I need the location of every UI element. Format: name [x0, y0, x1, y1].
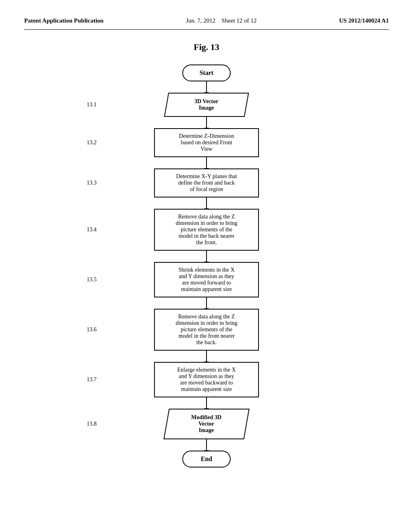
arrow-line-3: [206, 197, 207, 209]
node-row-135: 13.5 Shrink elements in the Xand Y dimen…: [24, 262, 389, 297]
node-136: Remove data along the Zdimension in orde…: [154, 309, 259, 351]
label-135: 13.5: [87, 276, 97, 283]
arrow-line-4: [206, 251, 207, 262]
arrow-6: [24, 351, 389, 362]
label-132: 13.2: [87, 139, 97, 146]
header-left: Patent Application Publication: [24, 16, 104, 25]
arrow-line-7: [206, 397, 207, 409]
node-134: Remove data along the Zdimension in orde…: [154, 209, 259, 251]
label-133: 13.3: [87, 180, 97, 186]
arrow-7: [24, 397, 389, 409]
node-row-136: 13.6 Remove data along the Zdimension in…: [24, 309, 389, 351]
node-row-134: 13.4 Remove data along the Zdimension in…: [24, 209, 389, 251]
label-134: 13.4: [87, 227, 97, 233]
end-node: End: [182, 451, 231, 468]
node-131: 3D VectorImage: [164, 93, 249, 117]
node-137: Enlarge elements in the Xand Y dimension…: [154, 362, 259, 397]
header-center: Jun. 7, 2012 Sheet 12 of 12: [186, 16, 257, 25]
publication-date: Jun. 7, 2012: [186, 17, 215, 24]
publication-title: Patent Application Publication: [24, 17, 104, 24]
start-node: Start: [182, 64, 231, 81]
arrow-line-2: [206, 157, 207, 168]
header-right: US 2012/140024 A1: [339, 16, 389, 25]
page: Patent Application Publication Jun. 7, 2…: [0, 0, 413, 532]
flowchart: Start 13.1 3D VectorImage 13.2 Determine…: [24, 64, 389, 468]
node-row-132: 13.2 Determine Z-Dimensionbased on desir…: [24, 128, 389, 157]
figure-title: Fig. 13: [24, 42, 389, 52]
node-row-138: 13.8 Modified 3DVectorImage: [24, 409, 389, 439]
arrow-5: [24, 297, 389, 309]
node-138-inner: Modified 3DVectorImage: [191, 414, 221, 434]
label-131: 13.1: [87, 102, 97, 108]
label-137: 13.7: [87, 376, 97, 383]
node-138: Modified 3DVectorImage: [163, 409, 249, 439]
node-row-137: 13.7 Enlarge elements in the Xand Y dime…: [24, 362, 389, 397]
arrow-0: [24, 81, 389, 93]
node-row-131: 13.1 3D VectorImage: [24, 93, 389, 117]
label-136: 13.6: [87, 326, 97, 333]
arrow-4: [24, 251, 389, 262]
node-row-133: 13.3 Determine X-Y planes thatdefine the…: [24, 168, 389, 197]
arrow-line-8: [206, 439, 207, 451]
sheet-info: Sheet 12 of 12: [221, 17, 257, 24]
node-131-inner: 3D VectorImage: [194, 98, 219, 111]
arrow-line-5: [206, 297, 207, 309]
arrow-line-6: [206, 351, 207, 362]
label-138: 13.8: [87, 421, 97, 427]
end-node-row: End: [24, 451, 389, 468]
patent-number: US 2012/140024 A1: [339, 17, 389, 24]
node-133: Determine X-Y planes thatdefine the fron…: [154, 168, 259, 197]
header: Patent Application Publication Jun. 7, 2…: [24, 16, 389, 30]
arrow-2: [24, 157, 389, 168]
arrow-line-1: [206, 117, 207, 128]
arrow-1: [24, 117, 389, 128]
node-132: Determine Z-Dimensionbased on desired Fr…: [154, 128, 259, 157]
start-node-row: Start: [24, 64, 389, 81]
arrow-3: [24, 197, 389, 209]
arrow-8: [24, 439, 389, 451]
arrow-line-0: [206, 81, 207, 93]
node-135: Shrink elements in the Xand Y dimension …: [154, 262, 259, 297]
